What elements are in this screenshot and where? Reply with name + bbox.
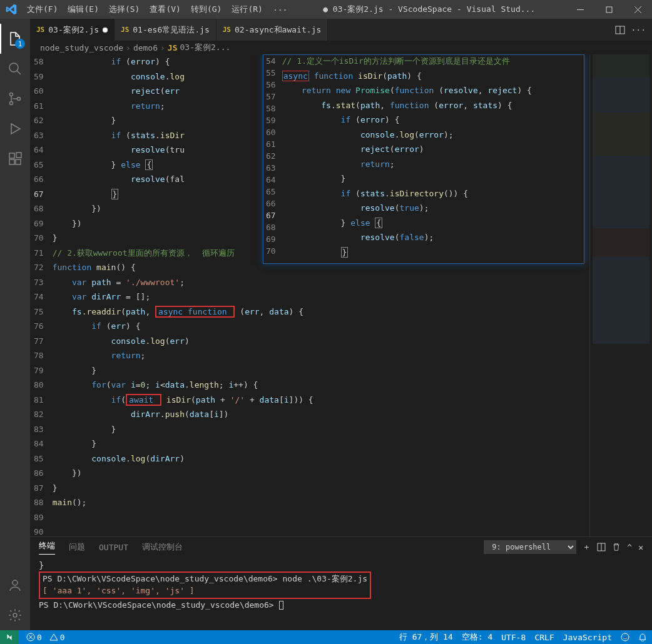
tab-label: 01-es6常见语法.js [133, 24, 209, 36]
split-editor-icon[interactable] [615, 25, 625, 35]
status-spaces[interactable]: 空格: 4 [462, 631, 492, 643]
run-debug-icon[interactable] [0, 114, 30, 144]
status-cursor[interactable]: 行 67，列 14 [399, 631, 453, 643]
svg-point-4 [18, 98, 21, 101]
source-control-icon[interactable] [0, 84, 30, 114]
modified-indicator-icon [103, 28, 108, 33]
peek-view-editor[interactable]: 5455565758596061626364656667686970 // 1.… [263, 54, 584, 264]
menu-edit[interactable]: 编辑(E) [63, 4, 103, 15]
status-language[interactable]: JavaScript [563, 631, 612, 643]
explorer-icon[interactable]: 1 [0, 24, 30, 54]
svg-point-14 [621, 633, 629, 641]
menu-file[interactable]: 文件(F) [22, 4, 63, 15]
menu-select[interactable]: 选择(S) [104, 4, 145, 15]
window-title: ● 03-案例2.js - VScodeSpace - Visual Stud.… [292, 4, 566, 15]
tab-file-2[interactable]: JS 02-async和await.js [216, 19, 328, 41]
svg-point-3 [10, 102, 13, 105]
menu-view[interactable]: 查看(V) [145, 4, 185, 15]
tab-file-0[interactable]: JS 03-案例2.js [30, 19, 115, 41]
js-file-icon: JS [168, 43, 178, 53]
maximize-panel-icon[interactable]: ^ [627, 543, 632, 552]
settings-icon[interactable] [0, 600, 30, 630]
editor-tabs: JS 03-案例2.js JS 01-es6常见语法.js JS 02-asyn… [30, 19, 652, 41]
editor-area: JS 03-案例2.js JS 01-es6常见语法.js JS 02-asyn… [30, 19, 652, 630]
svg-point-1 [9, 63, 18, 72]
status-encoding[interactable]: UTF-8 [501, 631, 526, 643]
svg-rect-6 [9, 159, 14, 164]
js-file-icon: JS [121, 26, 129, 34]
panel-tab-problems[interactable]: 问题 [69, 541, 85, 553]
status-warnings[interactable]: 0 [49, 633, 65, 642]
more-actions-icon[interactable]: ··· [631, 25, 646, 34]
peek-code[interactable]: // 1.定义一个isDir的方法判断一个资源到底是目录还是文件async fu… [282, 55, 584, 263]
menu-more[interactable]: ··· [268, 5, 292, 14]
svg-point-10 [13, 613, 17, 617]
remote-indicator[interactable] [0, 630, 19, 644]
line-gutter: 5859606162636465666768697071727374757677… [30, 54, 53, 536]
status-errors[interactable]: 0 [26, 633, 42, 642]
close-button[interactable] [623, 0, 652, 19]
extensions-icon[interactable] [0, 144, 30, 174]
breadcrumb[interactable]: node_study_vscode› demo6› JS 03-案例2... [30, 41, 652, 54]
svg-rect-0 [606, 7, 612, 13]
tab-file-1[interactable]: JS 01-es6常见语法.js [115, 19, 216, 41]
tab-label: 03-案例2.js [48, 24, 99, 36]
menu-goto[interactable]: 转到(G) [186, 4, 227, 15]
maximize-button[interactable] [594, 0, 623, 19]
new-terminal-icon[interactable]: ＋ [583, 541, 591, 553]
vscode-logo-icon [0, 4, 22, 15]
notifications-icon[interactable] [638, 631, 647, 643]
account-icon[interactable] [0, 570, 30, 600]
panel: 终端 问题 OUTPUT 调试控制台 9: powershell ＋ ^ ✕ }… [30, 536, 652, 630]
peek-gutter: 5455565758596061626364656667686970 [263, 55, 282, 263]
svg-rect-7 [16, 159, 21, 164]
panel-tab-terminal[interactable]: 终端 [39, 540, 55, 555]
tab-label: 02-async和await.js [235, 24, 321, 36]
status-bar: 0 0 行 67，列 14 空格: 4 UTF-8 CRLF JavaScrip… [0, 630, 652, 644]
activity-bar: 1 [0, 19, 30, 630]
feedback-icon[interactable] [621, 631, 629, 643]
svg-rect-8 [16, 153, 21, 158]
explorer-badge: 1 [15, 39, 25, 49]
minimap[interactable] [589, 54, 652, 536]
panel-tab-output[interactable]: OUTPUT [99, 543, 128, 552]
search-icon[interactable] [0, 54, 30, 84]
js-file-icon: JS [36, 26, 44, 34]
js-file-icon: JS [223, 26, 231, 34]
menu-run[interactable]: 运行(R) [227, 4, 267, 15]
svg-rect-5 [9, 153, 14, 158]
svg-point-9 [13, 580, 18, 585]
svg-point-2 [10, 93, 13, 96]
split-terminal-icon[interactable] [597, 543, 606, 551]
terminal-select[interactable]: 9: powershell [484, 540, 576, 554]
trash-icon[interactable] [612, 543, 621, 551]
title-bar: 文件(F) 编辑(E) 选择(S) 查看(V) 转到(G) 运行(R) ··· … [0, 0, 652, 19]
terminal-content[interactable]: } PS D:\CWork\VScodeSpace\node_study_vsc… [30, 557, 652, 630]
status-eol[interactable]: CRLF [534, 631, 554, 643]
minimize-button[interactable] [566, 0, 594, 19]
close-panel-icon[interactable]: ✕ [638, 543, 643, 552]
panel-tab-debug[interactable]: 调试控制台 [142, 541, 183, 553]
